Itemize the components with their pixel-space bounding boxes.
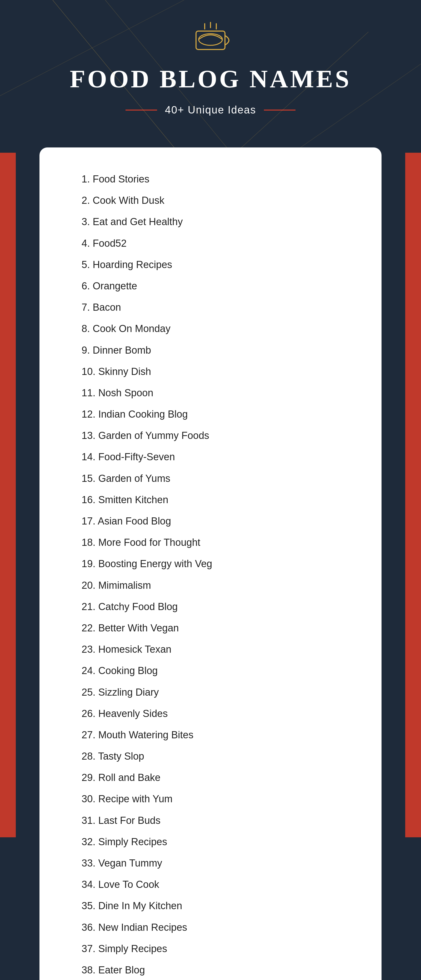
list-item: 28. Tasty Slop	[81, 746, 340, 767]
list-item: 29. Roll and Bake	[81, 767, 340, 788]
list-item: 4. Food52	[81, 233, 340, 254]
list-item: 19. Boosting Energy with Veg	[81, 553, 340, 574]
list-item: 8. Cook On Monday	[81, 318, 340, 339]
list-item: 24. Cooking Blog	[81, 660, 340, 681]
subtitle-line-right	[264, 110, 295, 111]
list-item: 5. Hoarding Recipes	[81, 254, 340, 275]
subtitle-row: 40+ Unique Ideas	[126, 104, 296, 116]
list-item: 9. Dinner Bomb	[81, 340, 340, 361]
list-item: 7. Bacon	[81, 297, 340, 318]
red-left-accent	[0, 153, 16, 837]
list-item: 35. Dine In My Kitchen	[81, 895, 340, 916]
page-header: Food Blog Names 40+ Unique Ideas	[0, 0, 421, 148]
list-item: 15. Garden of Yums	[81, 468, 340, 489]
list-item: 22. Better With Vegan	[81, 617, 340, 639]
list-item: 23. Homesick Texan	[81, 639, 340, 660]
blog-names-list: 1. Food Stories2. Cook With Dusk3. Eat a…	[81, 169, 340, 980]
list-item: 3. Eat and Get Healthy	[81, 211, 340, 232]
subtitle-line-left	[126, 110, 157, 111]
list-item: 21. Catchy Food Blog	[81, 596, 340, 617]
list-item: 20. Mimimalism	[81, 575, 340, 596]
list-item: 6. Orangette	[81, 275, 340, 297]
food-icon	[181, 21, 240, 56]
list-item: 32. Simply Recipes	[81, 831, 340, 853]
page-title: Food Blog Names	[70, 64, 351, 94]
red-right-accent	[405, 153, 421, 837]
list-item: 1. Food Stories	[81, 169, 340, 190]
list-item: 33. Vegan Tummy	[81, 853, 340, 874]
list-item: 26. Heavenly Sides	[81, 703, 340, 724]
list-item: 10. Skinny Dish	[81, 361, 340, 382]
list-item: 12. Indian Cooking Blog	[81, 404, 340, 425]
content-card: 1. Food Stories2. Cook With Dusk3. Eat a…	[40, 148, 381, 980]
list-item: 38. Eater Blog	[81, 959, 340, 980]
list-item: 37. Simply Recipes	[81, 938, 340, 959]
list-item: 16. Smitten Kitchen	[81, 489, 340, 511]
list-item: 36. New Indian Recipes	[81, 917, 340, 938]
list-item: 17. Asian Food Blog	[81, 511, 340, 532]
list-item: 18. More Food for Thought	[81, 532, 340, 553]
list-item: 11. Nosh Spoon	[81, 382, 340, 404]
list-item: 27. Mouth Watering Bites	[81, 724, 340, 746]
list-item: 14. Food-Fifty-Seven	[81, 446, 340, 468]
list-item: 13. Garden of Yummy Foods	[81, 425, 340, 446]
subtitle-text: 40+ Unique Ideas	[165, 104, 256, 116]
list-item: 30. Recipe with Yum	[81, 788, 340, 810]
list-item: 25. Sizzling Diary	[81, 682, 340, 703]
list-item: 31. Last For Buds	[81, 810, 340, 831]
svg-point-13	[199, 34, 222, 45]
list-item: 2. Cook With Dusk	[81, 190, 340, 211]
list-item: 34. Love To Cook	[81, 874, 340, 895]
